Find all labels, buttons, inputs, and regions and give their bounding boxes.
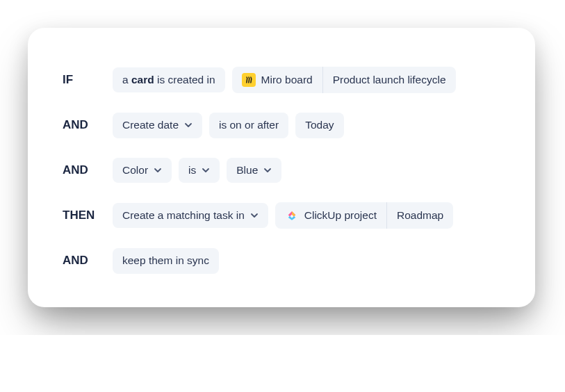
clickup-icon — [285, 209, 299, 222]
chevron-down-icon — [184, 121, 193, 129]
automation-rule-card: IF a card is created in Miro board Produ… — [28, 28, 535, 307]
keyword-and: AND — [63, 163, 106, 177]
chevron-down-icon — [202, 166, 210, 174]
target-name: Roadmap — [387, 202, 453, 229]
rule-row-if: IF a card is created in Miro board Produ… — [63, 67, 500, 93]
source-name: Product launch lifecycle — [323, 67, 456, 93]
miro-icon — [242, 73, 256, 87]
field-selector[interactable]: Create date — [113, 113, 202, 138]
operator-pill[interactable]: is on or after — [209, 113, 288, 138]
source-app: Miro board — [232, 67, 322, 93]
operator-selector[interactable]: is — [179, 158, 220, 183]
keyword-then: THEN — [63, 209, 106, 222]
trigger-pill[interactable]: a card is created in — [113, 67, 225, 93]
value-pill[interactable]: Today — [295, 113, 343, 138]
sync-pill[interactable]: keep them in sync — [113, 248, 219, 274]
trigger-text: a card is created in — [122, 74, 215, 87]
rule-row-and-date: AND Create date is on or after Today — [63, 113, 500, 138]
target-app: ClickUp project — [275, 202, 386, 229]
keyword-if: IF — [63, 73, 106, 87]
chevron-down-icon — [250, 211, 259, 220]
target-selector[interactable]: ClickUp project Roadmap — [275, 202, 453, 229]
value-selector[interactable]: Blue — [227, 158, 281, 183]
chevron-down-icon — [263, 166, 272, 174]
rule-row-and-color: AND Color is Blue — [63, 158, 500, 183]
rule-row-and-sync: AND keep them in sync — [63, 248, 500, 274]
source-selector[interactable]: Miro board Product launch lifecycle — [232, 67, 456, 93]
keyword-and: AND — [63, 254, 106, 268]
action-selector[interactable]: Create a matching task in — [113, 203, 268, 229]
field-selector[interactable]: Color — [113, 158, 172, 183]
rule-row-then: THEN Create a matching task in ClickUp p… — [63, 202, 500, 229]
keyword-and: AND — [63, 118, 106, 132]
chevron-down-icon — [154, 166, 162, 174]
